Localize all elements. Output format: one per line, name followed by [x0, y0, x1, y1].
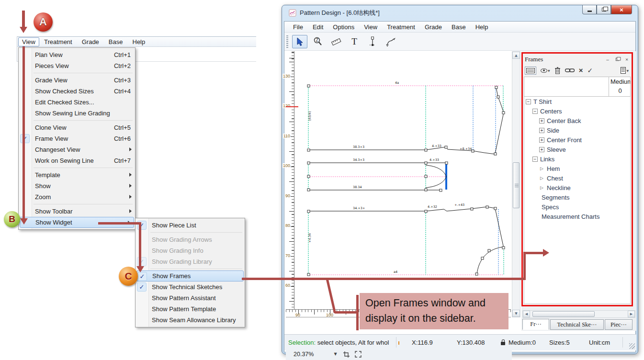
menu-item-plan-view[interactable]: Plan ViewCtrl+1 [19, 49, 135, 60]
menu-item-pieces-view[interactable]: Pieces ViewCtrl+2 [19, 60, 135, 71]
toolbar-drag-handle[interactable] [286, 35, 288, 48]
tab-frames[interactable]: Fr··· [522, 319, 549, 330]
annotation-line-panel-up [523, 252, 526, 280]
curve-tool-button[interactable] [383, 35, 398, 48]
annotation-arrow-c-line [139, 222, 141, 266]
minimize-icon [588, 11, 592, 12]
menu-item-show-sewing-line-grading[interactable]: Show Sewing Line Grading [19, 108, 135, 119]
svg-text:+8.+34: +8.+34 [460, 147, 472, 151]
checkmark-icon: ✓ [137, 272, 147, 281]
svg-text:Z: Z [316, 38, 319, 43]
measure-tool-button[interactable] [328, 35, 344, 48]
menu-treatment[interactable]: Treatment [382, 22, 420, 32]
scroll-left-button[interactable]: ◀ [523, 311, 530, 317]
menu-item-template[interactable]: Template [19, 169, 135, 180]
pattern-piece-back[interactable]: 38.3+3 4.+33 +8.+34 4a (43/4) [307, 81, 505, 155]
resize-grip[interactable] [629, 343, 635, 349]
up-arrow-icon: ▲ [515, 54, 517, 57]
svg-text:38.3+3: 38.3+3 [353, 145, 364, 149]
cursor-arrow-icon [296, 37, 304, 46]
menu-treatment[interactable]: Treatment [39, 37, 77, 46]
annotation-line-panel-right [525, 252, 543, 254]
annotation-line-frames-to-panel [242, 278, 525, 280]
fit-view-icon[interactable] [355, 351, 362, 358]
svg-text:4.+33: 4.+33 [432, 144, 441, 148]
menu-item-work-on-sewing-line[interactable]: Work on Sewing LineCtrl+7 [19, 155, 135, 166]
window-titlebar[interactable]: Pattern Design - [6.0结构线*] [289, 9, 380, 17]
menu-grade[interactable]: Grade [420, 22, 447, 32]
menu-file[interactable]: File [288, 22, 308, 32]
menu-grade[interactable]: Grade [77, 37, 104, 46]
menu-item-frame-view[interactable]: ✓Frame ViewCtrl+6 [19, 133, 135, 144]
menu-item-edit-checked-sizes[interactable]: Edit Checked Sizes... [19, 97, 135, 108]
scroll-down-button[interactable]: ▼ [512, 310, 520, 317]
menu-base[interactable]: Base [447, 22, 471, 32]
status-medium: Medium:0 [508, 339, 536, 346]
svg-text:+.+43: +.+43 [454, 203, 464, 207]
menu-view[interactable]: View [359, 22, 382, 32]
zoom-level[interactable]: 20.37% [294, 351, 314, 358]
menu-item-clone-view[interactable]: Clone ViewCtrl+5 [19, 122, 135, 133]
menu-separator [34, 73, 133, 73]
panel-horizontal-scrollbar[interactable]: ◀ ▶ [522, 310, 635, 318]
scroll-right-button[interactable]: ▶ [628, 311, 635, 317]
lock-icon [501, 342, 505, 345]
tab-pieces[interactable]: Piec··· [605, 319, 633, 330]
menu-base[interactable]: Base [104, 37, 128, 46]
status-x: X:116.9 [412, 339, 433, 346]
menu-options[interactable]: Options [328, 22, 359, 32]
minimize-button[interactable] [582, 5, 597, 14]
menu-separator [150, 269, 242, 269]
annotation-arrow-b-head [20, 218, 28, 225]
menu-item-changeset-view[interactable]: Changeset View [19, 144, 135, 155]
step-badge-a: A [34, 12, 53, 32]
annotation-arrow-a-line [22, 11, 25, 27]
checkmark-icon: ✓ [20, 134, 30, 143]
menu-item-show-grading-library: ✓Show Grading Library [136, 256, 245, 267]
menu-item-show[interactable]: Show [19, 180, 135, 191]
svg-text:a4: a4 [394, 270, 397, 274]
annotation-line-widget [98, 222, 141, 225]
status-tick [398, 341, 399, 345]
menu-item-show-technical-sketches[interactable]: ✓Show Technical Sketches [136, 281, 245, 292]
menu-item-show-frames[interactable]: ✓Show Frames [136, 270, 244, 281]
annotation-panel-outline [521, 52, 633, 306]
menu-item-show-toolbar[interactable]: Show Toolbar [19, 206, 135, 217]
menu-help[interactable]: Help [471, 22, 493, 32]
pin-tool-button[interactable] [365, 35, 380, 48]
scrollbar-thumb[interactable] [532, 311, 595, 317]
select-tool-button[interactable] [292, 35, 307, 48]
curve-icon [385, 36, 396, 47]
svg-text:34.+3+: 34.+3+ [353, 206, 365, 210]
crop-view-icon[interactable] [343, 351, 350, 358]
tab-technical-sketches[interactable]: Technical Ske··· [550, 319, 604, 330]
scroll-up-button[interactable]: ▲ [512, 52, 520, 59]
svg-text:38.34: 38.34 [353, 185, 362, 189]
menu-edit[interactable]: Edit [308, 22, 328, 32]
scrollbar-thumb[interactable] [513, 162, 520, 208]
status-selection: Selection: select objects, Alt for whol [288, 339, 389, 346]
menu-help[interactable]: Help [128, 37, 150, 46]
menu-view[interactable]: View [18, 37, 39, 46]
zoom-tool-button[interactable]: Z [310, 35, 326, 48]
menu-item-show-seam-allowance-library[interactable]: Show Seam Allowance Library [136, 315, 245, 326]
menu-item-zoom[interactable]: Zoom [19, 191, 135, 202]
pattern-piece-yoke[interactable]: 34.3+3 4.+33 38.34 [307, 158, 448, 191]
menu-separator [34, 168, 133, 168]
close-button[interactable]: × [611, 5, 632, 14]
callout-leader-vertical [356, 295, 359, 330]
down-arrow-icon: ▼ [515, 312, 517, 315]
checkmark-icon: ✓ [137, 282, 147, 292]
menu-item-show-pattern-template[interactable]: Show Pattern Template [136, 304, 245, 315]
pattern-piece-front[interactable]: 34.+3+ 4.+32 +.+43 a4 +4.34 [307, 203, 505, 276]
menu-item-show-checked-sizes[interactable]: Show Checked SizesCtrl+4 [19, 86, 135, 97]
maximize-button[interactable] [597, 5, 611, 14]
zoom-dropdown-icon[interactable]: ▼ [334, 352, 337, 356]
close-icon: × [620, 6, 623, 13]
svg-text:34.3+3: 34.3+3 [353, 158, 364, 162]
window-controls: × [582, 5, 632, 14]
menu-item-grade-view[interactable]: Grade ViewCtrl+3 [19, 75, 135, 86]
menu-item-show-piece-list[interactable]: ✓Show Piece List [136, 220, 245, 231]
text-tool-button[interactable]: T [347, 35, 362, 48]
menu-item-show-pattern-assistant[interactable]: Show Pattern Assistant [136, 292, 245, 304]
